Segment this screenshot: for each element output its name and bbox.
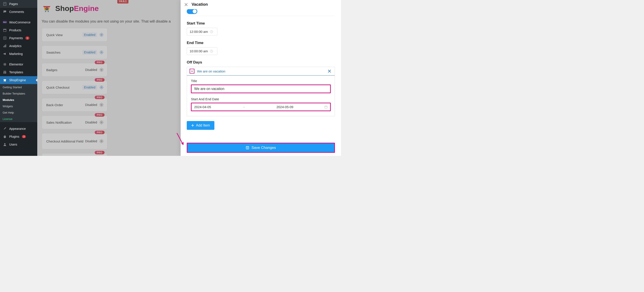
sidebar-item-payments[interactable]: $ Payments 1 bbox=[0, 34, 37, 42]
svg-point-28 bbox=[101, 52, 102, 53]
svg-point-24 bbox=[48, 11, 49, 12]
module-name: Quick View bbox=[46, 33, 63, 37]
elementor-icon bbox=[3, 62, 7, 67]
module-name: Back-Order bbox=[46, 103, 63, 107]
svg-point-45 bbox=[247, 148, 248, 149]
pro-badge: PRO bbox=[95, 131, 104, 134]
end-time-input[interactable]: 10:00:00 am bbox=[187, 47, 218, 55]
module-settings-button[interactable] bbox=[99, 50, 104, 55]
module-card: PROQuick CheckoutEnabled bbox=[42, 81, 108, 94]
pro-badge: PRO bbox=[95, 113, 104, 117]
clock-icon bbox=[210, 50, 213, 53]
version-badge: V4.6.1 bbox=[117, 0, 128, 3]
sidebar-item-appearance[interactable]: Appearance bbox=[0, 125, 37, 133]
modules-grid: Quick ViewEnabledSwatchesEnabledPROBadge… bbox=[42, 28, 176, 156]
module-settings-button[interactable] bbox=[99, 67, 104, 72]
svg-point-20 bbox=[4, 81, 4, 82]
start-time-value: 12:00:00 am bbox=[190, 30, 208, 33]
sidebar-item-plugins[interactable]: Plugins 3 bbox=[0, 133, 37, 141]
panel-close-button[interactable] bbox=[184, 3, 188, 6]
sidebar-item-users[interactable]: Users bbox=[0, 141, 37, 148]
page-description: You can disable the modules you are not … bbox=[42, 15, 176, 28]
sidebar-sub-get-help[interactable]: Get Help bbox=[0, 110, 37, 116]
status-disabled: Disabled bbox=[85, 121, 97, 124]
svg-rect-10 bbox=[4, 45, 5, 47]
module-settings-button[interactable] bbox=[99, 139, 104, 144]
sidebar-sub-modules[interactable]: Modules bbox=[0, 97, 37, 103]
off-days-item-header[interactable]: We are on vacation bbox=[187, 67, 335, 76]
sidebar-sub-widgets[interactable]: Widgets bbox=[0, 103, 37, 110]
svg-rect-17 bbox=[4, 71, 6, 72]
sidebar-label: WooCommerce bbox=[9, 20, 30, 24]
svg-point-22 bbox=[4, 143, 6, 145]
sidebar-item-templates[interactable]: Templates bbox=[0, 68, 37, 76]
sidebar-label: Elementor bbox=[9, 63, 23, 66]
svg-rect-15 bbox=[5, 64, 6, 65]
start-time-field: Start Time 12:00:00 am bbox=[187, 21, 335, 35]
module-card: PROSales NotificationDisabled bbox=[42, 116, 108, 129]
off-days-label: Off Days bbox=[187, 60, 335, 65]
svg-rect-16 bbox=[5, 65, 6, 65]
pro-badge: PRO bbox=[95, 96, 104, 99]
badge-count: 1 bbox=[26, 36, 29, 40]
sidebar-item-woocommerce[interactable]: Woo WooCommerce bbox=[0, 18, 37, 26]
brand-name: ShopEngine bbox=[55, 4, 99, 13]
svg-rect-14 bbox=[5, 63, 6, 64]
svg-point-32 bbox=[101, 122, 102, 123]
sidebar-label: Appearance bbox=[9, 127, 26, 131]
sidebar-item-comments[interactable]: Comments bbox=[0, 8, 37, 16]
sidebar-item-analytics[interactable]: Analytics bbox=[0, 42, 37, 50]
sidebar-item-products[interactable]: Products bbox=[0, 26, 37, 34]
module-settings-button[interactable] bbox=[99, 120, 104, 125]
sidebar-item-elementor[interactable]: Elementor bbox=[0, 60, 37, 68]
module-settings-button[interactable] bbox=[99, 102, 104, 108]
plus-icon bbox=[191, 124, 194, 127]
sidebar-sub-builder-templates[interactable]: Builder Templates bbox=[0, 90, 37, 97]
off-days-item-remove[interactable] bbox=[327, 69, 332, 73]
add-item-button[interactable]: Add Item bbox=[187, 121, 214, 130]
svg-point-26 bbox=[46, 8, 47, 9]
status-enabled: Enabled bbox=[82, 85, 97, 90]
arrow-right-icon: → bbox=[242, 105, 246, 109]
panel-title: Vacation bbox=[192, 2, 208, 7]
chevron-down-icon[interactable] bbox=[190, 69, 194, 74]
user-icon bbox=[3, 142, 7, 147]
vacation-panel: Vacation Start Time 12:00:00 am End Time… bbox=[180, 0, 341, 156]
module-name: Badges bbox=[46, 68, 58, 72]
main-content: ShopEngine V4.6.1 You can disable the mo… bbox=[37, 0, 180, 156]
comment-icon bbox=[3, 10, 7, 14]
status-disabled: Disabled bbox=[85, 103, 97, 107]
sidebar-sub-getting-started[interactable]: Getting Started bbox=[0, 84, 37, 90]
vacation-toggle[interactable] bbox=[187, 9, 197, 14]
pro-badge: PRO bbox=[95, 78, 104, 82]
sidebar-item-pages[interactable]: Pages bbox=[0, 0, 37, 8]
pro-badge: PRO bbox=[95, 151, 104, 154]
vacation-title-input[interactable] bbox=[191, 85, 331, 93]
end-time-label: End Time bbox=[187, 41, 335, 45]
off-days-field: Off Days We are on vacation Title bbox=[187, 60, 335, 130]
save-changes-button[interactable]: Save Changes bbox=[187, 143, 335, 153]
svg-rect-18 bbox=[4, 72, 4, 74]
save-icon bbox=[246, 146, 249, 149]
sidebar-item-marketing[interactable]: Marketing bbox=[0, 50, 37, 58]
panel-header: Vacation bbox=[180, 0, 341, 9]
start-time-input[interactable]: 12:00:00 am bbox=[187, 28, 218, 35]
off-days-item: We are on vacation Title Start And End D… bbox=[187, 67, 335, 116]
module-settings-button[interactable] bbox=[99, 32, 104, 37]
module-name: Checkout Additional Field bbox=[46, 140, 83, 143]
sidebar-item-shopengine[interactable]: ShopEngine bbox=[0, 76, 37, 84]
svg-point-29 bbox=[101, 69, 102, 70]
module-card: SwatchesEnabled bbox=[42, 45, 108, 59]
save-label: Save Changes bbox=[252, 146, 276, 150]
add-item-label: Add Item bbox=[196, 124, 210, 127]
brush-icon bbox=[3, 127, 7, 131]
date-range-input[interactable]: 2024-04-05 → 2024-05-09 bbox=[191, 103, 331, 111]
end-time-field: End Time 10:00:00 am bbox=[187, 41, 335, 55]
shopengine-icon bbox=[3, 78, 7, 82]
end-time-value: 10:00:00 am bbox=[190, 49, 208, 53]
sidebar-sub-license[interactable]: License bbox=[0, 116, 37, 122]
sidebar-label: Marketing bbox=[9, 52, 22, 56]
title-label: Title bbox=[191, 79, 331, 83]
module-settings-button[interactable] bbox=[99, 85, 104, 90]
bars-icon bbox=[3, 44, 7, 48]
